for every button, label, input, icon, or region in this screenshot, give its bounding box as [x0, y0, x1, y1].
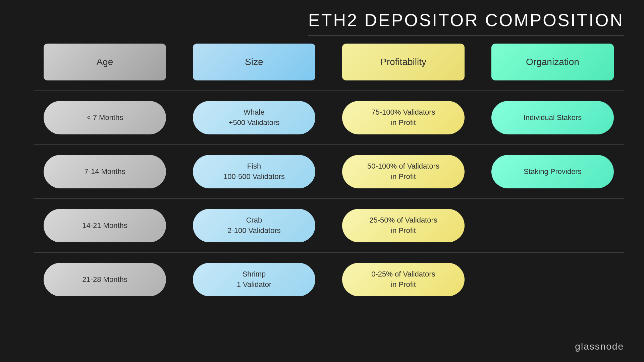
header-age: Age: [44, 44, 166, 80]
org-cell-1: Individual Stakers: [491, 101, 614, 134]
profit-cell-3: 25-50% of Validators in Profit: [342, 209, 465, 242]
table-row: 21-28 Months Shrimp 1 Validator 0-25% of…: [34, 256, 624, 303]
age-cell-4: 21-28 Months: [44, 263, 166, 296]
header-row: Age Size Profitability Organization: [34, 44, 624, 80]
org-cell-4-empty: [491, 263, 614, 296]
divider-1: [34, 90, 624, 91]
header-profitability: Profitability: [342, 44, 465, 80]
size-cell-3: Crab 2-100 Validators: [193, 209, 315, 242]
profit-cell-2: 50-100% of Validators in Profit: [342, 155, 465, 188]
header-size: Size: [193, 44, 315, 80]
size-cell-1: Whale +500 Validators: [193, 101, 315, 134]
profit-cell-1: 75-100% Validators in Profit: [342, 101, 465, 134]
page-title: ETH2 DEPOSITOR COMPOSITION: [308, 10, 624, 30]
main-table: Age Size Profitability Organization < 7 …: [34, 44, 624, 303]
org-cell-2: Staking Providers: [491, 155, 614, 188]
org-cell-3-empty: [491, 209, 614, 242]
glassnode-logo: glassnode: [575, 341, 624, 352]
title-divider: [308, 35, 624, 36]
table-row: 14-21 Months Crab 2-100 Validators 25-50…: [34, 202, 624, 249]
divider-2: [34, 144, 624, 145]
size-cell-4: Shrimp 1 Validator: [193, 263, 315, 296]
table-row: < 7 Months Whale +500 Validators 75-100%…: [34, 94, 624, 141]
table-row: 7-14 Months Fish 100-500 Validators 50-1…: [34, 148, 624, 195]
size-cell-2: Fish 100-500 Validators: [193, 155, 315, 188]
age-cell-1: < 7 Months: [44, 101, 166, 134]
divider-4: [34, 252, 624, 253]
age-cell-3: 14-21 Months: [44, 209, 166, 242]
header-organization: Organization: [491, 44, 614, 80]
profit-cell-4: 0-25% of Validators in Profit: [342, 263, 465, 296]
age-cell-2: 7-14 Months: [44, 155, 166, 188]
divider-3: [34, 198, 624, 199]
